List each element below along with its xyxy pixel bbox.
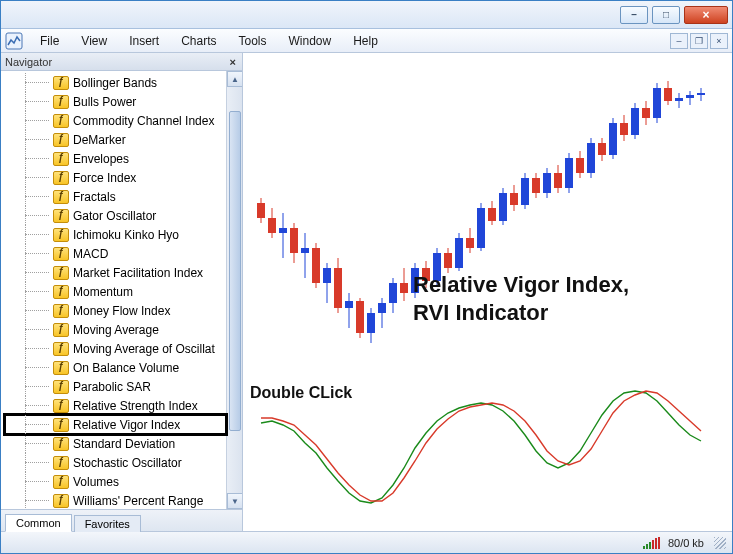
- app-window: – □ × File View Insert Charts Tools Wind…: [0, 0, 733, 554]
- indicator-item[interactable]: Market Facilitation Index: [5, 263, 226, 282]
- indicator-item[interactable]: Momentum: [5, 282, 226, 301]
- indicator-icon: [53, 95, 69, 109]
- indicator-icon: [53, 342, 69, 356]
- indicator-label: Williams' Percent Range: [73, 494, 203, 508]
- indicator-label: Standard Deviation: [73, 437, 175, 451]
- chart-annotation-hint: Double CLick: [250, 383, 352, 403]
- indicator-icon: [53, 494, 69, 508]
- window-close-button[interactable]: ×: [684, 6, 728, 24]
- indicator-label: Envelopes: [73, 152, 129, 166]
- indicator-label: Relative Strength Index: [73, 399, 198, 413]
- indicator-icon: [53, 171, 69, 185]
- indicator-item[interactable]: Stochastic Oscillator: [5, 453, 226, 472]
- indicator-icon: [53, 285, 69, 299]
- svg-rect-38: [455, 238, 463, 268]
- navigator-scrollbar[interactable]: ▲ ▼: [226, 71, 242, 509]
- indicator-item[interactable]: Force Index: [5, 168, 226, 187]
- indicator-item[interactable]: Relative Vigor Index: [5, 415, 226, 434]
- scroll-up-button[interactable]: ▲: [227, 71, 242, 87]
- menu-bar: File View Insert Charts Tools Window Hel…: [1, 29, 732, 53]
- indicator-icon: [53, 380, 69, 394]
- menu-insert[interactable]: Insert: [120, 32, 168, 50]
- indicator-item[interactable]: Bollinger Bands: [5, 73, 226, 92]
- indicator-item[interactable]: Envelopes: [5, 149, 226, 168]
- svg-rect-12: [312, 248, 320, 283]
- svg-rect-24: [378, 303, 386, 313]
- indicator-item[interactable]: Standard Deviation: [5, 434, 226, 453]
- indicator-icon: [53, 133, 69, 147]
- mdi-restore-button[interactable]: ❐: [690, 33, 708, 49]
- indicator-label: Parabolic SAR: [73, 380, 151, 394]
- svg-rect-46: [499, 193, 507, 221]
- svg-rect-14: [323, 268, 331, 283]
- indicator-label: Bollinger Bands: [73, 76, 157, 90]
- menu-help[interactable]: Help: [344, 32, 387, 50]
- svg-rect-64: [598, 143, 606, 155]
- menu-tools[interactable]: Tools: [230, 32, 276, 50]
- indicator-label: Ichimoku Kinko Hyo: [73, 228, 179, 242]
- indicator-label: Commodity Channel Index: [73, 114, 214, 128]
- navigator-header: Navigator ×: [1, 53, 242, 71]
- connection-signal-icon: [643, 537, 660, 549]
- tab-common[interactable]: Common: [5, 514, 72, 532]
- menu-charts[interactable]: Charts: [172, 32, 225, 50]
- indicator-icon: [53, 247, 69, 261]
- mdi-minimize-button[interactable]: –: [670, 33, 688, 49]
- minimize-icon: –: [631, 9, 637, 20]
- svg-rect-82: [697, 93, 705, 95]
- status-net: 80/0 kb: [668, 537, 704, 549]
- indicator-icon: [53, 361, 69, 375]
- chart-annotation-title: Relative Vigor Index, RVI Indicator: [413, 271, 629, 326]
- indicator-item[interactable]: Moving Average of Oscillat: [5, 339, 226, 358]
- indicator-item[interactable]: Fractals: [5, 187, 226, 206]
- indicator-label: Bulls Power: [73, 95, 136, 109]
- indicator-item[interactable]: On Balance Volume: [5, 358, 226, 377]
- svg-rect-80: [686, 95, 694, 98]
- menu-window[interactable]: Window: [280, 32, 341, 50]
- indicator-label: On Balance Volume: [73, 361, 179, 375]
- svg-rect-20: [356, 301, 364, 333]
- indicator-item[interactable]: Money Flow Index: [5, 301, 226, 320]
- indicator-label: Money Flow Index: [73, 304, 170, 318]
- indicator-item[interactable]: Bulls Power: [5, 92, 226, 111]
- menu-view[interactable]: View: [72, 32, 116, 50]
- indicator-item[interactable]: Ichimoku Kinko Hyo: [5, 225, 226, 244]
- scroll-down-button[interactable]: ▼: [227, 493, 242, 509]
- indicator-icon: [53, 152, 69, 166]
- svg-rect-2: [257, 203, 265, 218]
- indicator-item[interactable]: Parabolic SAR: [5, 377, 226, 396]
- tab-favorites[interactable]: Favorites: [74, 515, 141, 532]
- svg-rect-6: [279, 228, 287, 233]
- scroll-thumb[interactable]: [229, 111, 241, 431]
- svg-rect-10: [301, 248, 309, 253]
- indicator-icon: [53, 437, 69, 451]
- svg-rect-62: [587, 143, 595, 173]
- indicator-label: Momentum: [73, 285, 133, 299]
- svg-rect-44: [488, 208, 496, 221]
- navigator-close-button[interactable]: ×: [228, 56, 238, 68]
- svg-rect-48: [510, 193, 518, 205]
- indicator-item[interactable]: Gator Oscillator: [5, 206, 226, 225]
- svg-rect-22: [367, 313, 375, 333]
- svg-rect-28: [400, 283, 408, 293]
- indicator-item[interactable]: Relative Strength Index: [5, 396, 226, 415]
- window-minimize-button[interactable]: –: [620, 6, 648, 24]
- svg-rect-56: [554, 173, 562, 188]
- chart-area[interactable]: Relative Vigor Index, RVI Indicator Doub…: [243, 53, 732, 531]
- indicator-item[interactable]: Williams' Percent Range: [5, 491, 226, 509]
- indicator-item[interactable]: MACD: [5, 244, 226, 263]
- maximize-icon: □: [663, 9, 669, 20]
- indicator-item[interactable]: DeMarker: [5, 130, 226, 149]
- indicator-item[interactable]: Moving Average: [5, 320, 226, 339]
- indicator-item[interactable]: Commodity Channel Index: [5, 111, 226, 130]
- window-maximize-button[interactable]: □: [652, 6, 680, 24]
- svg-rect-74: [653, 88, 661, 118]
- resize-grip[interactable]: [714, 537, 726, 549]
- indicator-icon: [53, 209, 69, 223]
- navigator-tabs: Common Favorites: [1, 509, 242, 531]
- indicator-item[interactable]: Volumes: [5, 472, 226, 491]
- menu-file[interactable]: File: [31, 32, 68, 50]
- svg-rect-60: [576, 158, 584, 173]
- mdi-close-button[interactable]: ×: [710, 33, 728, 49]
- indicator-icon: [53, 228, 69, 242]
